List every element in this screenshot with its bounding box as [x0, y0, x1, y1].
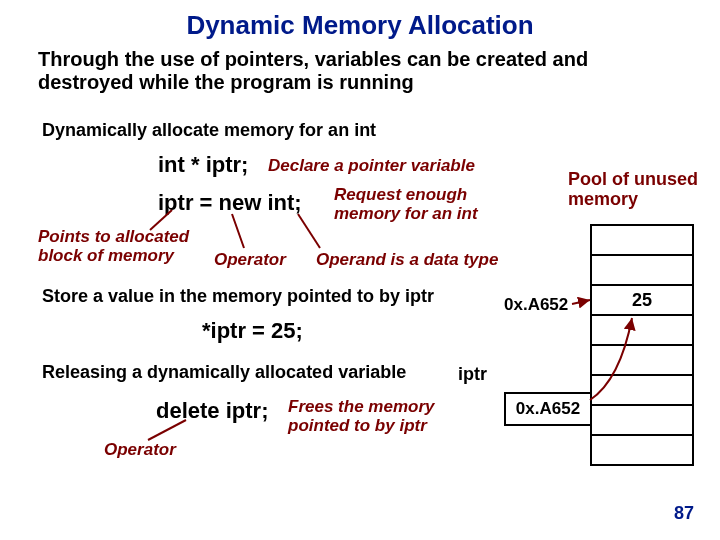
section-release-heading: Releasing a dynamically allocated variab…: [42, 362, 406, 383]
svg-line-1: [232, 214, 244, 248]
memory-cell-alloc: 25: [592, 286, 692, 316]
note-points-to: Points to allocated block of memory: [38, 228, 208, 265]
memory-cell: [592, 376, 692, 406]
slide-title: Dynamic Memory Allocation: [0, 10, 720, 41]
iptr-var-label: iptr: [458, 364, 487, 385]
note-frees: Frees the memory pointed to by iptr: [288, 398, 488, 435]
iptr-var-box: 0x.A652: [504, 392, 592, 426]
code-declare-pointer: int * iptr;: [158, 152, 248, 178]
svg-line-4: [572, 300, 590, 304]
label-operand-type: Operand is a data type: [316, 250, 498, 270]
memory-cell: [592, 406, 692, 436]
memory-cell: [592, 256, 692, 286]
section-allocate-heading: Dynamically allocate memory for an int: [42, 120, 376, 141]
memory-address-label: 0x.A652: [504, 295, 568, 315]
memory-cell: [592, 436, 692, 464]
svg-line-2: [298, 214, 320, 248]
memory-cell: [592, 346, 692, 376]
label-operator-delete: Operator: [104, 440, 176, 460]
section-store-heading: Store a value in the memory pointed to b…: [42, 286, 434, 307]
memory-cell: [592, 226, 692, 256]
note-declare: Declare a pointer variable: [268, 156, 475, 176]
note-request-memory: Request enough memory for an int: [334, 186, 514, 223]
memory-cell: [592, 316, 692, 346]
code-assign: *iptr = 25;: [202, 318, 303, 344]
pool-heading: Pool of unused memory: [568, 170, 718, 210]
page-number: 87: [674, 503, 694, 524]
code-new-expr: iptr = new int;: [158, 190, 302, 216]
code-delete: delete iptr;: [156, 398, 268, 424]
memory-pool: 25: [590, 224, 694, 466]
label-operator-new: Operator: [214, 250, 286, 270]
intro-text: Through the use of pointers, variables c…: [38, 48, 678, 94]
